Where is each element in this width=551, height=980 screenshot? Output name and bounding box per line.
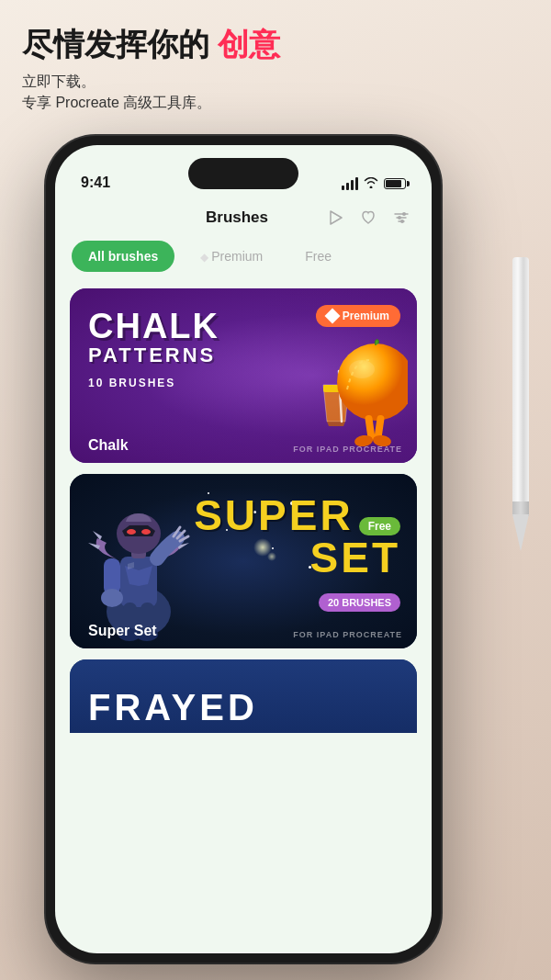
tab-all-brushes[interactable]: All brushes (72, 241, 174, 272)
svg-point-6 (400, 220, 404, 223)
orange-illustration (307, 334, 408, 454)
signal-bar-4 (355, 177, 358, 190)
wifi-icon (364, 176, 378, 191)
orange-body (337, 344, 408, 421)
super-title-line: SUPERFree (194, 494, 400, 536)
pencil-body (512, 257, 529, 514)
dynamic-island (188, 158, 298, 189)
svg-point-18 (127, 529, 136, 535)
headline-accent: 创意 (218, 27, 280, 62)
chalk-title: CHALK (88, 309, 219, 344)
chalk-for-ipad-text: FOR IPAD PROCREATE (293, 445, 402, 454)
subtitle-line1: 立即下载。 (22, 73, 529, 92)
super-brush-count: 20 BRUSHES (319, 593, 400, 612)
frayed-title: FRAYED (88, 687, 258, 728)
super-for-ipad: FOR IPAD PROCREATE (293, 630, 402, 639)
svg-point-19 (141, 529, 151, 535)
status-time: 9:41 (81, 175, 110, 191)
orange-svg (307, 334, 408, 454)
headline: 尽情发挥你的 创意 (22, 26, 529, 63)
free-badge: Free (359, 517, 400, 535)
super-for-ipad-text: FOR IPAD PROCREATE (293, 630, 402, 639)
filter-icon[interactable] (391, 208, 411, 228)
svg-point-21 (101, 589, 123, 607)
super-set-text: SUPERFree SET 20 BRUSHES (194, 494, 400, 612)
svg-marker-0 (331, 211, 342, 224)
top-section: 尽情发挥你的 创意 立即下载。 专享 Procreate 高级工具库。 (22, 26, 529, 113)
chalk-label: Chalk (88, 437, 129, 454)
svg-point-5 (398, 216, 401, 220)
chalk-for-ipad: FOR IPAD PROCREATE (293, 445, 402, 454)
svg-point-4 (402, 212, 406, 216)
chalk-text-block: CHALK PATTERNS 10 BRUSHES (88, 309, 219, 389)
premium-badge-label: Premium (343, 310, 389, 322)
card-super-set[interactable]: SUPERFree SET 20 BRUSHES Super Set FOR I… (70, 474, 417, 648)
card-chalk[interactable]: CHALK PATTERNS 10 BRUSHES Premium (70, 288, 417, 463)
premium-badge: Premium (316, 305, 400, 327)
filter-tabs: All brushes ◆Premium Free (55, 241, 432, 288)
premium-diamond-icon: ◆ (200, 251, 208, 264)
chalk-brush-count: 10 BRUSHES (88, 377, 219, 389)
super-title: SUPER (194, 491, 353, 539)
battery-icon (384, 178, 406, 189)
status-icons (342, 176, 406, 191)
pencil-tip (512, 514, 529, 551)
signal-bar-3 (351, 180, 354, 190)
play-icon[interactable] (325, 208, 345, 228)
subtitle-line2: 专享 Procreate 高级工具库。 (22, 94, 529, 113)
warrior-illustration (74, 483, 203, 644)
headline-text: 尽情发挥你的 (22, 27, 218, 62)
super-bottom: Super Set (88, 623, 157, 639)
signal-bar-1 (342, 186, 344, 190)
phone-mockup: 9:41 (46, 136, 441, 963)
heart-icon[interactable] (358, 208, 378, 228)
chalk-bottom: Chalk (88, 437, 129, 454)
tab-free[interactable]: Free (288, 241, 348, 272)
signal-bar-2 (346, 183, 349, 190)
apple-pencil (511, 257, 531, 551)
header-icons (325, 208, 411, 228)
header-title: Brushes (149, 208, 325, 227)
super-label: Super Set (88, 623, 157, 639)
phone-screen: 9:41 (55, 145, 432, 953)
premium-diamond-icon (324, 309, 340, 324)
battery-fill (386, 180, 401, 187)
tab-premium-label: Premium (211, 249, 263, 264)
app-content: Brushes (55, 198, 432, 953)
tab-premium[interactable]: ◆Premium (184, 241, 279, 272)
cards-container: CHALK PATTERNS 10 BRUSHES Premium (55, 288, 432, 953)
super-brushes-container: 20 BRUSHES (194, 586, 400, 612)
signal-bars-icon (342, 177, 358, 190)
chalk-subtitle: PATTERNS (88, 344, 219, 367)
app-header: Brushes (55, 198, 432, 241)
super-set-label: SET (194, 536, 400, 579)
warrior-svg (74, 483, 203, 644)
card-frayed[interactable]: FRAYED (70, 659, 417, 733)
